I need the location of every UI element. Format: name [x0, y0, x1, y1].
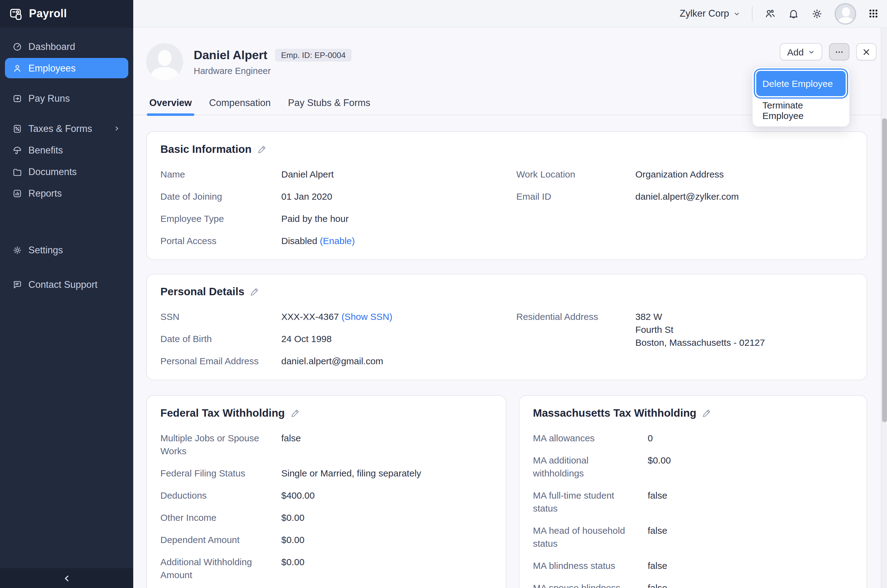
field-label: Name — [160, 168, 281, 181]
field-label: MA full-time student status — [533, 489, 648, 514]
field-row: Residential Address 382 W Fourth St Bost… — [516, 310, 853, 349]
field-label: MA spouse blindness status — [533, 581, 648, 588]
vertical-scrollbar-track — [881, 28, 887, 588]
edit-pencil-icon[interactable] — [702, 408, 711, 418]
users-button[interactable] — [764, 8, 776, 20]
add-button[interactable]: Add — [780, 43, 822, 60]
sidebar-item-label: Taxes & Forms — [29, 123, 92, 134]
chevron-down-icon — [808, 48, 815, 55]
field-row: MA blindness statusfalse — [533, 559, 853, 572]
sidebar-nav: Dashboard Employees Pay Runs Taxes & For… — [0, 28, 133, 568]
user-avatar[interactable] — [834, 3, 856, 24]
sidebar-item-label: Settings — [29, 244, 63, 255]
field-value: false — [648, 559, 667, 572]
field-label: Portal Access — [160, 234, 281, 247]
sidebar-item-pay-runs[interactable]: Pay Runs — [5, 88, 128, 108]
show-ssn-link[interactable]: (Show SSN) — [341, 311, 392, 322]
field-row: Email IDdaniel.alpert@zylker.com — [516, 190, 853, 203]
edit-pencil-icon[interactable] — [257, 144, 266, 154]
sidebar-item-label: Dashboard — [29, 41, 75, 52]
settings-button[interactable] — [811, 8, 823, 20]
sidebar-item-settings[interactable]: Settings — [5, 240, 128, 260]
sidebar-item-label: Employees — [29, 63, 75, 74]
field-value: $400.00 — [281, 489, 314, 502]
sidebar-item-contact-support[interactable]: Contact Support — [5, 274, 128, 295]
ellipsis-icon — [834, 47, 844, 56]
main-area: Zylker Corp — [133, 0, 887, 588]
employee-id-badge: Emp. ID: EP-0004 — [275, 48, 352, 62]
field-label: MA allowances — [533, 432, 648, 444]
field-value: false — [281, 432, 301, 458]
close-icon — [862, 48, 870, 56]
sidebar-item-label: Reports — [29, 188, 62, 199]
pay-runs-icon — [12, 93, 22, 103]
benefits-icon — [12, 145, 22, 155]
field-label: Date of Birth — [160, 332, 281, 345]
app-title: Payroll — [29, 8, 67, 20]
sidebar-collapse-button[interactable] — [0, 568, 133, 588]
field-label: Deductions — [160, 489, 281, 502]
sidebar-item-dashboard[interactable]: Dashboard — [5, 36, 128, 57]
federal-tax-withholding-card: Federal Tax Withholding Multiple Jobs or… — [146, 395, 507, 588]
more-actions-menu: Delete Employee Terminate Employee — [752, 67, 850, 127]
sidebar-item-documents[interactable]: Documents — [5, 162, 128, 182]
field-row: MA full-time student statusfalse — [533, 489, 853, 514]
field-row: Multiple Jobs or Spouse Worksfalse — [160, 432, 492, 458]
sidebar-item-reports[interactable]: Reports — [5, 183, 128, 203]
notifications-button[interactable] — [788, 8, 800, 20]
field-value: Disabled — [281, 236, 317, 246]
field-label: Additional Withholding Amount — [160, 555, 281, 581]
residential-address-value: 382 W Fourth St Boston, Massachusetts - … — [635, 310, 765, 349]
close-button[interactable] — [856, 43, 876, 60]
sidebar-item-label: Pay Runs — [29, 93, 70, 104]
taxes-forms-icon — [12, 124, 22, 134]
field-label: Work Location — [516, 168, 635, 181]
menu-item-delete-employee[interactable]: Delete Employee — [756, 71, 846, 96]
field-row: Other Income$0.00 — [160, 511, 492, 524]
enable-portal-link[interactable]: (Enable) — [320, 236, 355, 246]
sidebar-item-benefits[interactable]: Benefits — [5, 140, 128, 160]
topbar: Zylker Corp — [133, 0, 887, 28]
field-value: 01 Jan 2020 — [281, 190, 332, 203]
menu-item-terminate-employee[interactable]: Terminate Employee — [756, 98, 846, 123]
field-label: MA head of household status — [533, 524, 648, 550]
field-value: daniel.alpert@zylker.com — [635, 190, 739, 203]
field-value: false — [648, 489, 667, 514]
apps-grid-button[interactable] — [868, 8, 879, 19]
org-switcher[interactable]: Zylker Corp — [680, 8, 740, 19]
edit-pencil-icon[interactable] — [290, 408, 300, 418]
topbar-divider — [752, 6, 753, 21]
field-value: Daniel Alpert — [281, 168, 334, 181]
field-row: Date of Joining01 Jan 2020 — [160, 190, 516, 203]
tab-pay-stubs-forms[interactable]: Pay Stubs & Forms — [288, 98, 370, 115]
field-value: false — [648, 524, 667, 550]
personal-details-card: Personal Details SSN XXX-XX-4367 (Show S… — [146, 274, 867, 380]
sidebar-header: Payroll — [0, 0, 133, 28]
settings-gear-icon — [12, 245, 22, 255]
tab-compensation[interactable]: Compensation — [209, 98, 271, 115]
field-label: Federal Filing Status — [160, 466, 281, 480]
field-row: Dependent Amount$0.00 — [160, 533, 492, 546]
chevron-down-icon — [734, 10, 740, 17]
tab-overview[interactable]: Overview — [149, 98, 192, 115]
sidebar-item-employees[interactable]: Employees — [5, 58, 128, 78]
card-title: Massachusetts Tax Withholding — [533, 405, 696, 420]
employee-role: Hardware Engineer — [194, 66, 352, 76]
sidebar-item-taxes-forms[interactable]: Taxes & Forms — [5, 118, 128, 139]
chevron-left-icon — [63, 574, 71, 582]
field-value: Single or Married, filing separately — [281, 466, 421, 480]
vertical-scrollbar-thumb[interactable] — [882, 118, 887, 422]
field-value: Paid by the hour — [281, 212, 349, 225]
field-label: MA blindness status — [533, 559, 648, 572]
employees-icon — [12, 63, 22, 73]
field-value: 0 — [648, 432, 653, 444]
org-name: Zylker Corp — [680, 8, 729, 19]
field-row: Federal Filing StatusSingle or Married, … — [160, 466, 492, 480]
users-icon — [764, 8, 776, 20]
employee-avatar — [146, 43, 183, 80]
apps-grid-icon — [868, 8, 879, 19]
dashboard-icon — [12, 42, 22, 51]
edit-pencil-icon[interactable] — [250, 287, 259, 296]
more-actions-button[interactable] — [829, 43, 849, 60]
field-row: MA additional withholdings$0.00 — [533, 454, 853, 480]
